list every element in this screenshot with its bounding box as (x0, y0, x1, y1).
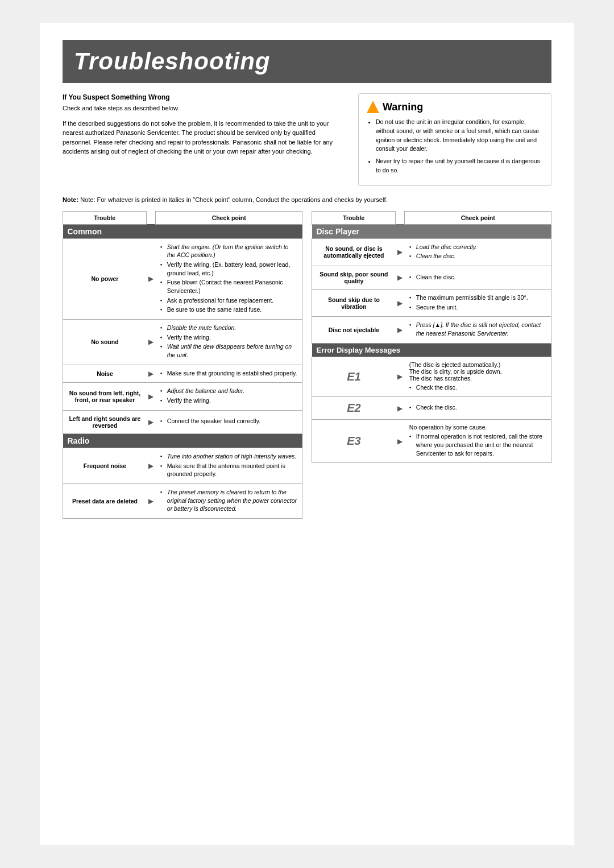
trouble-sound-skip-quality: Sound skip, poor sound quality (312, 266, 396, 289)
arrow-icon: ▶ (147, 483, 156, 518)
error-code-e3: E3 (347, 435, 360, 447)
note-text: Note: Note: For whatever is printed in i… (63, 196, 551, 203)
table-row: No sound ▶ Disable the mute function. Ve… (63, 320, 302, 365)
check-sound-skip-vibration: The maximum permissible tilt angle is 30… (405, 289, 551, 316)
warning-list: Do not use the unit in an irregular cond… (367, 118, 543, 175)
arrow-icon: ▶ (396, 289, 405, 316)
trouble-no-sound-ejected: No sound, or disc is automatically eject… (312, 238, 396, 266)
warning-title: Warning (367, 101, 543, 113)
left-col-check: Check point (156, 211, 302, 224)
arrow-icon: ▶ (396, 317, 405, 343)
table-row: Noise ▶ Make sure that grounding is esta… (63, 365, 302, 383)
right-col-trouble: Trouble (312, 211, 396, 224)
intro-heading: If You Suspect Something Wrong (63, 93, 341, 101)
arrow-icon: ▶ (396, 357, 405, 397)
intro-body: If the described suggestions do not solv… (63, 119, 341, 156)
trouble-lr-reversed: Left and right sounds are reversed (63, 410, 147, 433)
table-row: Left and right sounds are reversed ▶ Con… (63, 410, 302, 433)
check-disc-not-ejectable: Press [▲]. If the disc is still not ejec… (405, 317, 551, 343)
check-frequent-noise: Tune into another station of high-intens… (156, 448, 302, 483)
intro-subheading: Check and take steps as described below. (63, 104, 341, 113)
check-sound-skip-quality: Clean the disc. (405, 266, 551, 289)
arrow-icon: ▶ (396, 238, 405, 266)
common-section-header: Common (63, 224, 302, 238)
warning-item-1: Do not use the unit in an irregular cond… (376, 118, 543, 154)
warning-triangle-icon (367, 101, 379, 113)
trouble-noise: Noise (63, 365, 147, 383)
left-col-trouble: Trouble (63, 211, 147, 224)
trouble-no-power: No power (63, 238, 147, 320)
table-row: Frequent noise ▶ Tune into another stati… (63, 448, 302, 483)
error-code-e1: E1 (347, 370, 360, 383)
trouble-no-sound-speakers: No sound from left, right, front, or rea… (63, 383, 147, 410)
check-no-power: Start the engine. (Or turn the ignition … (156, 238, 302, 320)
trouble-no-sound: No sound (63, 320, 147, 365)
check-preset-deleted: The preset memory is cleared to return t… (156, 483, 302, 518)
check-noise: Make sure that grounding is established … (156, 365, 302, 383)
arrow-icon: ▶ (147, 365, 156, 383)
arrow-icon: ▶ (396, 266, 405, 289)
warning-box: Warning Do not use the unit in an irregu… (358, 93, 551, 186)
check-e2: Check the disc. (405, 397, 551, 420)
table-row: No sound, or disc is automatically eject… (312, 238, 551, 266)
left-table: Trouble Check point Common No power ▶ (63, 211, 302, 519)
page-container: Troubleshooting If You Suspect Something… (40, 23, 574, 845)
arrow-icon: ▶ (147, 320, 156, 365)
error-code-e2: E2 (347, 402, 360, 414)
check-no-sound: Disable the mute function. Verify the wi… (156, 320, 302, 365)
intro-section: If You Suspect Something Wrong Check and… (63, 93, 551, 186)
page-title: Troubleshooting (63, 40, 551, 83)
table-row: Sound skip, poor sound quality ▶ Clean t… (312, 266, 551, 289)
table-row: E3 ▶ No operation by some cause. If norm… (312, 420, 551, 463)
table-row: Disc not ejectable ▶ Press [▲]. If the d… (312, 317, 551, 343)
main-table-container: Trouble Check point Common No power ▶ (63, 211, 551, 519)
trouble-e2: E2 (312, 397, 396, 420)
trouble-e3: E3 (312, 420, 396, 463)
table-row: E1 ▶ (The disc is ejected automatically.… (312, 357, 551, 397)
table-row: Preset data are deleted ▶ The preset mem… (63, 483, 302, 518)
trouble-disc-not-ejectable: Disc not ejectable (312, 317, 396, 343)
arrow-icon: ▶ (147, 410, 156, 433)
check-lr-reversed: Connect the speaker lead correctly. (156, 410, 302, 433)
warning-label: Warning (383, 101, 423, 113)
check-e1: (The disc is ejected automatically.) The… (405, 357, 551, 397)
trouble-preset-deleted: Preset data are deleted (63, 483, 147, 518)
trouble-sound-skip-vibration: Sound skip due to vibration (312, 289, 396, 316)
disc-player-section-header: Disc Player (312, 224, 551, 238)
table-row: No power ▶ Start the engine. (Or turn th… (63, 238, 302, 320)
error-display-section-header: Error Display Messages (312, 343, 551, 357)
table-row: E2 ▶ Check the disc. (312, 397, 551, 420)
trouble-e1: E1 (312, 357, 396, 397)
warning-item-2: Never try to repair the unit by yourself… (376, 157, 543, 175)
trouble-frequent-noise: Frequent noise (63, 448, 147, 483)
right-table: Trouble Check point Disc Player No sound… (312, 211, 551, 519)
radio-section-header: Radio (63, 433, 302, 448)
arrow-icon: ▶ (147, 238, 156, 320)
table-row: Sound skip due to vibration ▶ The maximu… (312, 289, 551, 316)
right-col-check: Check point (405, 211, 551, 224)
check-e3: No operation by some cause. If normal op… (405, 420, 551, 463)
intro-left: If You Suspect Something Wrong Check and… (63, 93, 341, 186)
check-no-sound-speakers: Adjust the balance and fader. Verify the… (156, 383, 302, 410)
check-no-sound-ejected: Load the disc correctly. Clean the disc. (405, 238, 551, 266)
table-row: No sound from left, right, front, or rea… (63, 383, 302, 410)
arrow-icon: ▶ (396, 397, 405, 420)
arrow-icon: ▶ (147, 383, 156, 410)
arrow-icon: ▶ (147, 448, 156, 483)
arrow-icon: ▶ (396, 420, 405, 463)
